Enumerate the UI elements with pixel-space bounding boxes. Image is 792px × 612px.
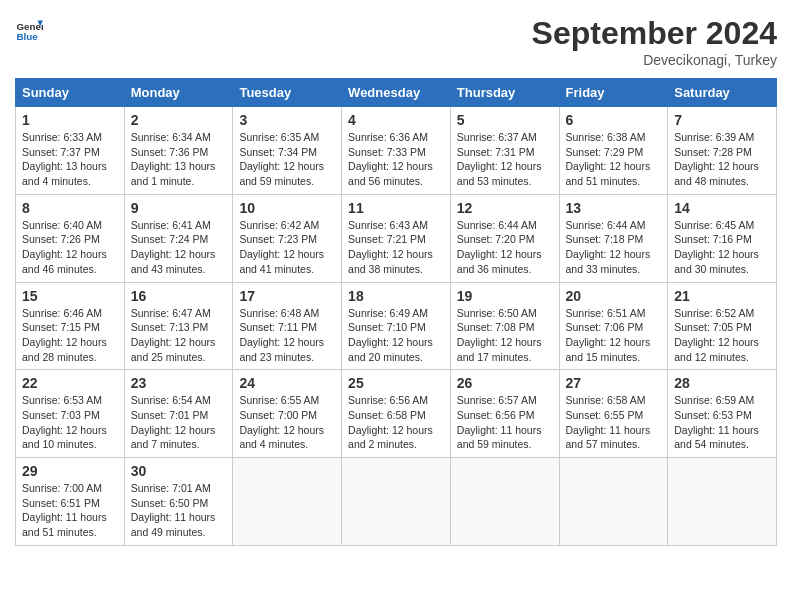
day-info: Sunrise: 6:52 AMSunset: 7:05 PMDaylight:…	[674, 306, 770, 365]
col-saturday: Saturday	[668, 79, 777, 107]
day-info: Sunrise: 6:49 AMSunset: 7:10 PMDaylight:…	[348, 306, 444, 365]
calendar-cell: 22Sunrise: 6:53 AMSunset: 7:03 PMDayligh…	[16, 370, 125, 458]
day-number: 11	[348, 200, 444, 216]
day-number: 16	[131, 288, 227, 304]
calendar-cell	[233, 458, 342, 546]
day-info: Sunrise: 7:01 AMSunset: 6:50 PMDaylight:…	[131, 481, 227, 540]
day-number: 18	[348, 288, 444, 304]
day-info: Sunrise: 6:35 AMSunset: 7:34 PMDaylight:…	[239, 130, 335, 189]
day-info: Sunrise: 6:42 AMSunset: 7:23 PMDaylight:…	[239, 218, 335, 277]
week-row-3: 15Sunrise: 6:46 AMSunset: 7:15 PMDayligh…	[16, 282, 777, 370]
day-number: 7	[674, 112, 770, 128]
day-info: Sunrise: 6:54 AMSunset: 7:01 PMDaylight:…	[131, 393, 227, 452]
calendar-cell: 1Sunrise: 6:33 AMSunset: 7:37 PMDaylight…	[16, 107, 125, 195]
day-info: Sunrise: 6:36 AMSunset: 7:33 PMDaylight:…	[348, 130, 444, 189]
header-row: Sunday Monday Tuesday Wednesday Thursday…	[16, 79, 777, 107]
calendar-cell: 25Sunrise: 6:56 AMSunset: 6:58 PMDayligh…	[342, 370, 451, 458]
day-info: Sunrise: 6:39 AMSunset: 7:28 PMDaylight:…	[674, 130, 770, 189]
calendar-cell: 18Sunrise: 6:49 AMSunset: 7:10 PMDayligh…	[342, 282, 451, 370]
calendar-cell: 2Sunrise: 6:34 AMSunset: 7:36 PMDaylight…	[124, 107, 233, 195]
day-number: 1	[22, 112, 118, 128]
day-info: Sunrise: 6:56 AMSunset: 6:58 PMDaylight:…	[348, 393, 444, 452]
day-info: Sunrise: 6:43 AMSunset: 7:21 PMDaylight:…	[348, 218, 444, 277]
calendar-cell: 9Sunrise: 6:41 AMSunset: 7:24 PMDaylight…	[124, 194, 233, 282]
day-number: 5	[457, 112, 553, 128]
day-number: 21	[674, 288, 770, 304]
calendar-cell: 15Sunrise: 6:46 AMSunset: 7:15 PMDayligh…	[16, 282, 125, 370]
calendar-cell: 3Sunrise: 6:35 AMSunset: 7:34 PMDaylight…	[233, 107, 342, 195]
calendar-cell	[668, 458, 777, 546]
day-info: Sunrise: 6:44 AMSunset: 7:20 PMDaylight:…	[457, 218, 553, 277]
day-number: 9	[131, 200, 227, 216]
location: Devecikonagi, Turkey	[532, 52, 777, 68]
calendar-cell: 23Sunrise: 6:54 AMSunset: 7:01 PMDayligh…	[124, 370, 233, 458]
calendar-cell: 27Sunrise: 6:58 AMSunset: 6:55 PMDayligh…	[559, 370, 668, 458]
calendar-cell: 21Sunrise: 6:52 AMSunset: 7:05 PMDayligh…	[668, 282, 777, 370]
calendar-cell: 4Sunrise: 6:36 AMSunset: 7:33 PMDaylight…	[342, 107, 451, 195]
calendar-cell: 6Sunrise: 6:38 AMSunset: 7:29 PMDaylight…	[559, 107, 668, 195]
calendar-cell: 14Sunrise: 6:45 AMSunset: 7:16 PMDayligh…	[668, 194, 777, 282]
day-number: 12	[457, 200, 553, 216]
day-number: 29	[22, 463, 118, 479]
calendar-cell: 26Sunrise: 6:57 AMSunset: 6:56 PMDayligh…	[450, 370, 559, 458]
col-monday: Monday	[124, 79, 233, 107]
day-info: Sunrise: 6:58 AMSunset: 6:55 PMDaylight:…	[566, 393, 662, 452]
week-row-1: 1Sunrise: 6:33 AMSunset: 7:37 PMDaylight…	[16, 107, 777, 195]
week-row-5: 29Sunrise: 7:00 AMSunset: 6:51 PMDayligh…	[16, 458, 777, 546]
calendar-cell: 16Sunrise: 6:47 AMSunset: 7:13 PMDayligh…	[124, 282, 233, 370]
month-title: September 2024	[532, 15, 777, 52]
day-info: Sunrise: 6:34 AMSunset: 7:36 PMDaylight:…	[131, 130, 227, 189]
day-info: Sunrise: 6:50 AMSunset: 7:08 PMDaylight:…	[457, 306, 553, 365]
calendar-cell: 24Sunrise: 6:55 AMSunset: 7:00 PMDayligh…	[233, 370, 342, 458]
day-info: Sunrise: 6:51 AMSunset: 7:06 PMDaylight:…	[566, 306, 662, 365]
day-info: Sunrise: 6:46 AMSunset: 7:15 PMDaylight:…	[22, 306, 118, 365]
day-info: Sunrise: 6:55 AMSunset: 7:00 PMDaylight:…	[239, 393, 335, 452]
calendar-cell	[559, 458, 668, 546]
day-number: 15	[22, 288, 118, 304]
calendar-cell: 20Sunrise: 6:51 AMSunset: 7:06 PMDayligh…	[559, 282, 668, 370]
day-info: Sunrise: 6:57 AMSunset: 6:56 PMDaylight:…	[457, 393, 553, 452]
day-number: 8	[22, 200, 118, 216]
day-number: 23	[131, 375, 227, 391]
col-thursday: Thursday	[450, 79, 559, 107]
day-info: Sunrise: 6:40 AMSunset: 7:26 PMDaylight:…	[22, 218, 118, 277]
calendar-cell: 12Sunrise: 6:44 AMSunset: 7:20 PMDayligh…	[450, 194, 559, 282]
day-info: Sunrise: 6:44 AMSunset: 7:18 PMDaylight:…	[566, 218, 662, 277]
title-block: September 2024 Devecikonagi, Turkey	[532, 15, 777, 68]
calendar-cell: 17Sunrise: 6:48 AMSunset: 7:11 PMDayligh…	[233, 282, 342, 370]
day-number: 10	[239, 200, 335, 216]
calendar-cell	[450, 458, 559, 546]
day-info: Sunrise: 6:48 AMSunset: 7:11 PMDaylight:…	[239, 306, 335, 365]
calendar-cell: 13Sunrise: 6:44 AMSunset: 7:18 PMDayligh…	[559, 194, 668, 282]
week-row-2: 8Sunrise: 6:40 AMSunset: 7:26 PMDaylight…	[16, 194, 777, 282]
calendar-cell: 28Sunrise: 6:59 AMSunset: 6:53 PMDayligh…	[668, 370, 777, 458]
day-number: 20	[566, 288, 662, 304]
calendar-cell: 8Sunrise: 6:40 AMSunset: 7:26 PMDaylight…	[16, 194, 125, 282]
calendar-cell	[342, 458, 451, 546]
day-number: 4	[348, 112, 444, 128]
day-info: Sunrise: 6:41 AMSunset: 7:24 PMDaylight:…	[131, 218, 227, 277]
day-info: Sunrise: 6:53 AMSunset: 7:03 PMDaylight:…	[22, 393, 118, 452]
week-row-4: 22Sunrise: 6:53 AMSunset: 7:03 PMDayligh…	[16, 370, 777, 458]
calendar-cell: 7Sunrise: 6:39 AMSunset: 7:28 PMDaylight…	[668, 107, 777, 195]
day-number: 13	[566, 200, 662, 216]
svg-text:Blue: Blue	[16, 31, 38, 42]
col-tuesday: Tuesday	[233, 79, 342, 107]
page-header: General Blue September 2024 Devecikonagi…	[15, 15, 777, 68]
day-number: 3	[239, 112, 335, 128]
day-number: 30	[131, 463, 227, 479]
day-number: 2	[131, 112, 227, 128]
day-info: Sunrise: 7:00 AMSunset: 6:51 PMDaylight:…	[22, 481, 118, 540]
calendar-cell: 29Sunrise: 7:00 AMSunset: 6:51 PMDayligh…	[16, 458, 125, 546]
day-info: Sunrise: 6:59 AMSunset: 6:53 PMDaylight:…	[674, 393, 770, 452]
day-number: 6	[566, 112, 662, 128]
day-number: 27	[566, 375, 662, 391]
day-number: 17	[239, 288, 335, 304]
day-info: Sunrise: 6:45 AMSunset: 7:16 PMDaylight:…	[674, 218, 770, 277]
day-number: 28	[674, 375, 770, 391]
col-wednesday: Wednesday	[342, 79, 451, 107]
day-info: Sunrise: 6:37 AMSunset: 7:31 PMDaylight:…	[457, 130, 553, 189]
day-info: Sunrise: 6:33 AMSunset: 7:37 PMDaylight:…	[22, 130, 118, 189]
day-number: 24	[239, 375, 335, 391]
logo: General Blue	[15, 15, 43, 43]
